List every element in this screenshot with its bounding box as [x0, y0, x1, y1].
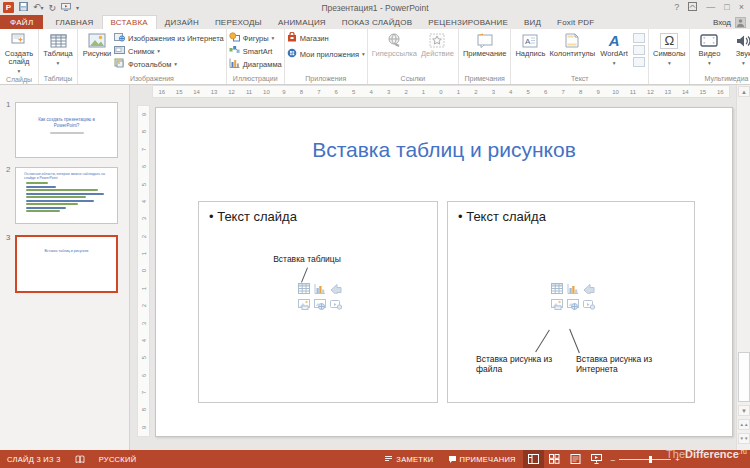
- tab-home[interactable]: ГЛАВНАЯ: [47, 15, 101, 29]
- insert-online-picture-icon[interactable]: [566, 298, 579, 311]
- tab-transitions[interactable]: ПЕРЕХОДЫ: [207, 15, 270, 29]
- group-links: Гиперссылка Действие Ссылки: [368, 29, 459, 84]
- store-button[interactable]: Магазин: [287, 32, 365, 44]
- reading-view-button[interactable]: [565, 450, 586, 468]
- screenshot-button[interactable]: Снимок ▾: [114, 45, 224, 57]
- content-placeholder-left[interactable]: Текст слайда Вставка таблицы: [198, 201, 438, 403]
- audio-button[interactable]: Звук ▾: [726, 30, 750, 67]
- text-box-button[interactable]: A Надпись: [513, 30, 547, 58]
- vertical-ruler[interactable]: 9876543210123456789: [137, 105, 150, 437]
- slide-title[interactable]: Вставка таблиц и рисунков: [156, 138, 732, 162]
- action-button[interactable]: Действие: [419, 30, 456, 58]
- save-button[interactable]: [19, 2, 28, 13]
- scroll-up-button[interactable]: ▲: [738, 86, 750, 97]
- slide-indicator[interactable]: СЛАЙД 3 ИЗ 3: [0, 450, 68, 468]
- shapes-button[interactable]: Фигуры ▾: [229, 32, 282, 44]
- dropdown-arrow: ▾: [613, 59, 616, 67]
- scrollbar-thumb[interactable]: [738, 352, 750, 402]
- undo-button[interactable]: ↶▾: [33, 2, 44, 13]
- insert-smartart-icon[interactable]: [329, 282, 342, 295]
- my-apps-button[interactable]: Мои приложения ▾: [287, 48, 365, 60]
- next-slide-button[interactable]: ▼▼: [738, 433, 750, 444]
- thumbnail-subtitle-line: [50, 132, 84, 134]
- tab-view[interactable]: ВИД: [516, 15, 549, 29]
- previous-slide-button[interactable]: ▲▲: [738, 419, 750, 430]
- hyperlink-icon: [386, 32, 402, 49]
- insert-picture-icon[interactable]: [297, 298, 310, 311]
- help-button[interactable]: ?: [674, 2, 679, 13]
- insert-smartart-icon[interactable]: [582, 282, 595, 295]
- hyperlink-button[interactable]: Гиперссылка: [370, 30, 419, 58]
- redo-button[interactable]: ↻: [49, 3, 57, 13]
- slide-number-button[interactable]: [633, 45, 645, 55]
- chart-button[interactable]: Диаграмма: [229, 58, 282, 70]
- ruler-number: 9: [137, 426, 150, 429]
- tab-insert[interactable]: ВСТАВКА: [102, 15, 157, 29]
- tab-foxit-pdf[interactable]: Foxit PDF: [549, 15, 602, 29]
- group-text: A Надпись Колонтитулы A WordArt ▾: [511, 29, 649, 84]
- slide-sorter-view-button[interactable]: [544, 450, 565, 468]
- table-button[interactable]: Таблица ▾: [41, 30, 75, 67]
- scroll-down-button[interactable]: ▼: [738, 405, 750, 416]
- placeholder-bullet-text[interactable]: Текст слайда: [199, 202, 437, 224]
- slide-canvas[interactable]: Вставка таблиц и рисунков Текст слайда В…: [155, 107, 733, 437]
- wordart-button[interactable]: A WordArt ▾: [597, 30, 631, 67]
- zoom-slider-thumb[interactable]: [649, 456, 652, 463]
- comment-icon: [476, 32, 494, 49]
- close-button[interactable]: ×: [739, 2, 744, 13]
- ruler-number: 3: [380, 89, 397, 95]
- date-time-button[interactable]: [633, 33, 645, 43]
- symbols-button[interactable]: Ω Символы ▾: [651, 30, 687, 67]
- ribbon-display-options-button[interactable]: [688, 2, 697, 14]
- undo-dropdown-arrow[interactable]: ▾: [41, 5, 44, 11]
- zoom-slider[interactable]: [619, 459, 671, 460]
- zoom-out-button[interactable]: –: [611, 455, 615, 464]
- sign-in-link[interactable]: Вход: [713, 18, 731, 27]
- content-placeholder-right[interactable]: Текст слайда Вставка рисунка из файла Вс…: [447, 201, 695, 403]
- comment-button[interactable]: Примечание: [461, 30, 508, 58]
- comments-toggle[interactable]: ПРИМЕЧАНИЯ: [441, 450, 523, 468]
- tab-file[interactable]: ФАЙЛ: [0, 15, 43, 29]
- online-pictures-button[interactable]: Изображения из Интернета: [114, 32, 224, 44]
- insert-chart-icon[interactable]: [566, 282, 579, 295]
- thumbnail-slide-1[interactable]: Как создать презентацию в PowerPoint?: [15, 102, 118, 158]
- placeholder-bullet-text[interactable]: Текст слайда: [448, 202, 694, 224]
- insert-table-icon[interactable]: [550, 282, 563, 295]
- tab-slideshow[interactable]: ПОКАЗ СЛАЙДОВ: [334, 15, 420, 29]
- tab-animations[interactable]: АНИМАЦИЯ: [270, 15, 334, 29]
- screenshot-icon: [114, 46, 125, 57]
- start-slideshow-button[interactable]: [61, 3, 71, 13]
- photo-album-button[interactable]: Фотоальбом ▾: [114, 58, 224, 70]
- language-indicator[interactable]: РУССКИЙ: [92, 450, 144, 468]
- insert-table-icon[interactable]: [297, 282, 310, 295]
- tab-design[interactable]: ДИЗАЙН: [157, 15, 207, 29]
- thumbnail-slide-2[interactable]: Основные области, которые можно наблюдат…: [15, 167, 118, 224]
- text-box-icon: A: [522, 32, 538, 49]
- insert-picture-icon[interactable]: [550, 298, 563, 311]
- insert-video-icon[interactable]: [329, 298, 342, 311]
- insert-video-icon[interactable]: [582, 298, 595, 311]
- spell-check-icon[interactable]: [68, 450, 92, 468]
- tab-review[interactable]: РЕЦЕНЗИРОВАНИЕ: [420, 15, 516, 29]
- thumbnail-slide-3[interactable]: Вставка таблиц и рисунков: [15, 235, 118, 293]
- insert-chart-icon[interactable]: [313, 282, 326, 295]
- horizontal-ruler[interactable]: 1615141312111098765432101234567891011121…: [152, 85, 730, 98]
- pictures-button[interactable]: Рисунки: [80, 30, 114, 58]
- new-slide-button[interactable]: Создать слайд ▾: [2, 30, 36, 75]
- smartart-button[interactable]: SmartArt: [229, 45, 282, 57]
- notes-icon: [384, 455, 393, 463]
- customize-qat-dropdown[interactable]: ▾: [76, 4, 79, 11]
- video-button[interactable]: Видео ▾: [692, 30, 726, 67]
- header-footer-button[interactable]: Колонтитулы: [547, 30, 597, 58]
- user-avatar[interactable]: [735, 17, 746, 28]
- notes-toggle[interactable]: ЗАМЕТКИ: [377, 450, 440, 468]
- slideshow-view-button[interactable]: [586, 450, 607, 468]
- maximize-button[interactable]: □: [724, 2, 729, 13]
- ruler-number: 1: [415, 89, 432, 95]
- normal-view-button[interactable]: [523, 450, 544, 468]
- object-button[interactable]: [633, 57, 645, 67]
- insert-online-picture-icon[interactable]: [313, 298, 326, 311]
- window-controls: ? — □ ×: [674, 2, 750, 14]
- vertical-scrollbar[interactable]: ▲ ▼ ▲▲ ▼▼: [736, 85, 750, 450]
- minimize-button[interactable]: —: [706, 2, 715, 13]
